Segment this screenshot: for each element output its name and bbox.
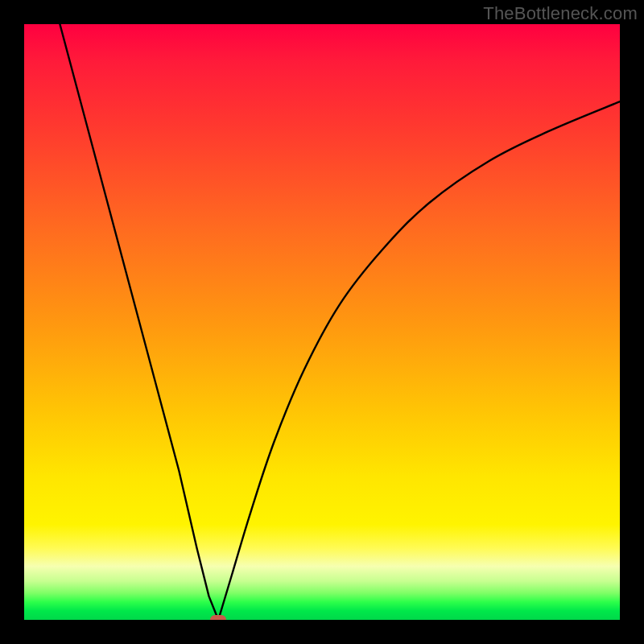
curve-left bbox=[60, 24, 218, 620]
watermark-text: TheBottleneck.com bbox=[483, 3, 638, 24]
curve-right bbox=[218, 101, 620, 620]
plot-area bbox=[24, 24, 620, 620]
curve-layer bbox=[24, 24, 620, 620]
chart-frame: TheBottleneck.com bbox=[0, 0, 644, 644]
dip-marker bbox=[210, 615, 226, 620]
